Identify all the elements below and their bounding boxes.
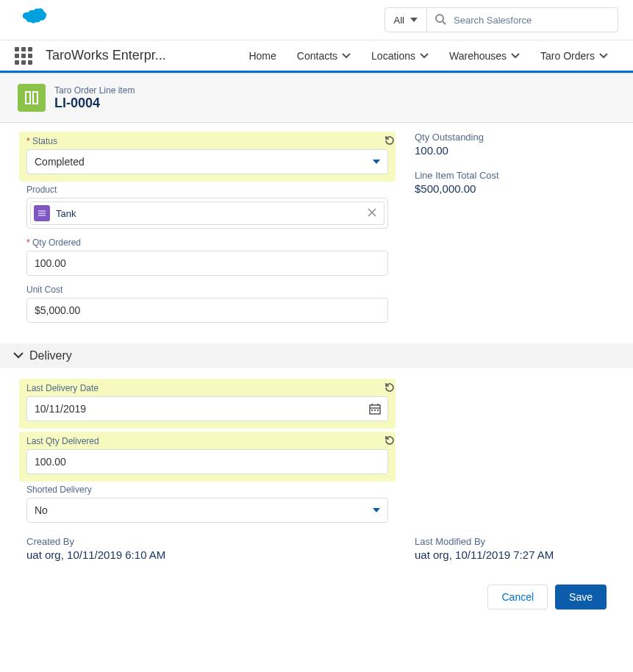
product-label: Product xyxy=(26,185,388,195)
shorted-delivery-select[interactable]: No xyxy=(26,498,388,523)
undo-button[interactable] xyxy=(384,435,396,448)
product-value: Tank xyxy=(56,208,76,219)
field-status: Status Completed xyxy=(19,132,396,182)
search-input[interactable] xyxy=(427,7,618,32)
search-icon xyxy=(434,13,446,27)
search-scope-label: All xyxy=(394,15,404,26)
field-last-delivery-date: Last Delivery Date xyxy=(19,379,396,429)
chevron-down-icon xyxy=(420,53,429,59)
svg-rect-3 xyxy=(33,92,37,104)
svg-rect-2 xyxy=(26,92,30,104)
chevron-down-icon xyxy=(13,352,24,360)
nav-item-warehouses[interactable]: Warehouses xyxy=(439,40,530,72)
qty-outstanding-value: 100.00 xyxy=(415,144,607,157)
cancel-button[interactable]: Cancel xyxy=(487,585,548,610)
field-unit-cost: Unit Cost xyxy=(26,285,388,323)
qty-ordered-input[interactable] xyxy=(26,251,388,276)
product-lookup[interactable]: Tank xyxy=(26,198,388,229)
line-item-total-label: Line Item Total Cost xyxy=(415,170,607,181)
last-delivery-date-input[interactable] xyxy=(26,396,388,421)
svg-point-0 xyxy=(436,15,443,22)
shorted-delivery-label: Shorted Delivery xyxy=(26,485,388,495)
last-qty-delivered-input[interactable] xyxy=(26,449,388,474)
shorted-delivery-value: No xyxy=(35,504,48,516)
clear-icon[interactable] xyxy=(363,208,381,219)
nav-item-home[interactable]: Home xyxy=(238,40,286,72)
last-delivery-date-label: Last Delivery Date xyxy=(26,383,388,393)
search-scope-dropdown[interactable]: All xyxy=(385,7,427,32)
last-modified-by-label: Last Modified By xyxy=(415,536,607,547)
chevron-down-icon xyxy=(511,53,520,59)
nav-label: Home xyxy=(248,50,276,62)
app-launcher-icon[interactable] xyxy=(15,47,32,65)
svg-line-1 xyxy=(443,21,446,24)
caret-down-icon xyxy=(410,18,418,22)
product-pill: Tank xyxy=(30,201,385,225)
created-by-value: uat org, 10/11/2019 6:10 AM xyxy=(26,548,388,561)
nav-label: Taro Orders xyxy=(540,50,595,62)
unit-cost-input[interactable] xyxy=(26,298,388,323)
record-type-icon xyxy=(18,84,46,112)
caret-down-icon xyxy=(373,508,380,512)
status-label: Status xyxy=(26,136,388,146)
field-qty-ordered: Qty Ordered xyxy=(26,237,388,276)
page-header: Taro Order Line item LI-0004 xyxy=(0,73,633,123)
unit-cost-label: Unit Cost xyxy=(26,285,388,295)
nav-item-contacts[interactable]: Contacts xyxy=(287,40,361,72)
salesforce-logo xyxy=(15,8,47,32)
last-modified-by-value: uat org, 10/11/2019 7:27 AM xyxy=(415,548,607,561)
field-product: Product Tank xyxy=(26,185,388,229)
record-type-label: Taro Order Line item xyxy=(54,85,135,96)
section-title: Delivery xyxy=(29,349,72,362)
created-by-label: Created By xyxy=(26,536,388,547)
last-qty-delivered-label: Last Qty Delivered xyxy=(26,436,388,446)
nav-item-taro-orders[interactable]: Taro Orders xyxy=(530,40,618,72)
section-toggle-delivery[interactable]: Delivery xyxy=(0,343,633,368)
qty-outstanding-label: Qty Outstanding xyxy=(415,132,607,143)
line-item-total-value: $500,000.00 xyxy=(415,182,607,195)
status-value: Completed xyxy=(35,156,85,168)
chevron-down-icon xyxy=(342,53,351,59)
save-button[interactable]: Save xyxy=(555,585,607,610)
field-last-qty-delivered: Last Qty Delivered xyxy=(19,432,396,482)
product-icon xyxy=(34,205,50,221)
app-name: TaroWorks Enterpr... xyxy=(46,48,166,63)
chevron-down-icon xyxy=(599,53,608,59)
record-title: LI-0004 xyxy=(54,96,135,111)
nav-label: Locations xyxy=(371,50,415,62)
field-shorted-delivery: Shorted Delivery No xyxy=(26,485,388,523)
nav-label: Warehouses xyxy=(449,50,507,62)
nav-label: Contacts xyxy=(297,50,337,62)
undo-button[interactable] xyxy=(384,135,396,149)
status-select[interactable]: Completed xyxy=(26,149,388,174)
caret-down-icon xyxy=(373,160,380,164)
undo-button[interactable] xyxy=(384,382,396,396)
qty-ordered-label: Qty Ordered xyxy=(26,237,388,248)
nav-item-locations[interactable]: Locations xyxy=(361,40,439,72)
